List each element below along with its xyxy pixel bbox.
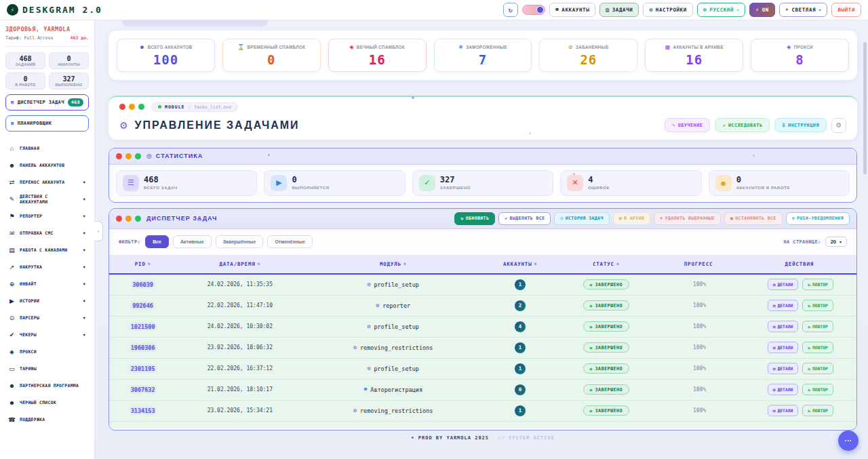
table-column-header[interactable]: АККАУНТЫ ⇅ xyxy=(483,261,557,267)
dispatcher-action-button[interactable]: ✖ УДАЛИТЬ ВЫБРАННЫЕ xyxy=(654,212,721,225)
action-button-icon: ✔ xyxy=(505,216,507,221)
sidebar-menu-item[interactable]: ▶ ИСТОРИИ ▼ xyxy=(5,292,89,309)
sidebar-menu-item[interactable]: ✎ ДЕЙСТВИЯ С АККАУНТАМИ ▼ xyxy=(5,191,89,207)
dispatcher-action-button[interactable]: ■ ОСТАНОВИТЬ ВСЕ xyxy=(724,212,783,225)
table-row: 1021500 24.02.2026, 10:30:02 ⚙ profile_s… xyxy=(109,317,856,338)
status-dot-icon: ● xyxy=(590,387,593,392)
quick-stat-value: 468 xyxy=(7,55,43,62)
table-column-header[interactable]: МОДУЛЬ ⇅ xyxy=(304,261,483,267)
pencil-icon: ✎ xyxy=(672,123,675,128)
sidebar-menu: ⌂ ГЛАВНАЯ ☻ ПАНЕЛЬ АККАУНТОВ ⇄ ПЕРЕНОС А… xyxy=(5,140,89,428)
table-column-header[interactable]: ПРОГРЕСС xyxy=(654,261,744,267)
dispatcher-action-button[interactable]: ↻ ОБНОВИТЬ xyxy=(454,212,495,225)
action-button-label: ОБНОВИТЬ xyxy=(466,216,490,221)
sidebar-menu-item[interactable]: ⇄ ПЕРЕНОС АККАУНТА ▼ xyxy=(5,174,89,191)
repeat-button[interactable]: ↻ ПОВТОР xyxy=(802,405,833,416)
sidebar-menu-item[interactable]: ⊕ ИНВАЙТ ▼ xyxy=(5,275,89,292)
sidebar-collapse-handle[interactable]: ‹ xyxy=(94,221,103,241)
repeat-button[interactable]: ↻ ПОВТОР xyxy=(802,342,833,353)
module-name: profile_setup xyxy=(374,365,419,372)
research-button[interactable]: ↗ ИССЛЕДОВАТЬ xyxy=(715,118,770,132)
module-icon: ⚙ xyxy=(368,323,371,330)
repeat-button[interactable]: ↻ ПОВТОР xyxy=(802,321,833,332)
sidebar-menu-item[interactable]: ☻ ПАНЕЛЬ АККАУНТОВ xyxy=(5,157,89,174)
task-pid[interactable]: 1021500 xyxy=(109,323,176,330)
sidebar-menu-item[interactable]: ⚑ РЕПОРТЕР ▼ xyxy=(5,207,89,224)
table-column-header[interactable]: ДЕЙСТВИЯ xyxy=(745,261,856,267)
menu-item-icon: ⚑ xyxy=(8,213,16,220)
sidebar-menu-item[interactable]: ✔ ЧЕКЕРЫ ▼ xyxy=(5,326,89,343)
module-settings-button[interactable]: ⚙ xyxy=(831,118,846,133)
dispatcher-action-button[interactable]: ⊙ PUSH-УВЕДОМЛЕНИЯ xyxy=(786,212,850,225)
menu-item-label: ПАНЕЛЬ АККАУНТОВ xyxy=(20,163,64,168)
table-column-header[interactable]: ДАТА/ВРЕМЯ ⇅ xyxy=(176,261,303,267)
statistics-card-icon: ✓ xyxy=(419,175,435,191)
dispatcher-action-button[interactable]: ✔ ВЫДЕЛИТЬ ВСЕ xyxy=(498,212,551,225)
task-status-cell: ● ЗАВЕРШЕНО xyxy=(557,321,654,332)
refresh-button[interactable]: ↻ xyxy=(503,3,518,17)
details-button[interactable]: ▤ ДЕТАЛИ xyxy=(768,363,799,374)
repeat-button[interactable]: ↻ ПОВТОР xyxy=(802,300,833,311)
task-pid[interactable]: 3067632 xyxy=(109,386,176,393)
settings-button[interactable]: ⚙ НАСТРОЙКИ xyxy=(643,3,692,17)
details-button[interactable]: ▤ ДЕТАЛИ xyxy=(768,405,799,416)
sidebar-menu-item[interactable]: ↗ НАКРУТКА ▼ xyxy=(5,258,89,275)
details-button[interactable]: ▤ ДЕТАЛИ xyxy=(768,342,799,353)
quick-stat-label: ВЫПОЛНЕНО xyxy=(51,83,87,87)
app-shell: ЗДОРОВЬЯ, YARMOLA Тариф: Full Access 463… xyxy=(0,20,868,459)
sidebar-menu-item[interactable]: ☎ ПОДДЕРЖКА xyxy=(5,411,89,428)
filter-button[interactable]: Завершённые xyxy=(216,235,264,248)
instruction-button[interactable]: ≣ ИНСТРУКЦИЯ xyxy=(774,118,827,132)
accounts-button[interactable]: ☻ АККАУНТЫ xyxy=(549,3,595,17)
sidebar-menu-item[interactable]: ▤ РАБОТА С КАНАЛАМИ ▼ xyxy=(5,241,89,258)
per-page-select[interactable]: 20 ▾ xyxy=(825,237,847,247)
sidebar-item-task-dispatcher[interactable]: ▤ ДИСПЕТЧЕР ЗАДАЧ 468 xyxy=(5,94,89,111)
filter-button[interactable]: Все xyxy=(145,235,169,248)
menu-item-label: ПРОКСИ xyxy=(20,349,37,355)
task-pid[interactable]: 2301195 xyxy=(109,365,176,372)
dispatcher-action-button[interactable]: ▦ В АРХИВ xyxy=(613,212,651,225)
instruction-label: ИНСТРУКЦИЯ xyxy=(788,123,819,128)
status-dot-icon: ● xyxy=(590,324,593,329)
column-label: PID xyxy=(135,261,146,267)
sidebar-menu-item[interactable]: ▭ ТАРИФЫ xyxy=(5,360,89,377)
task-pid[interactable]: 1960306 xyxy=(109,344,176,351)
sidebar-menu-item[interactable]: ◈ ПРОКСИ xyxy=(5,343,89,360)
on-mode-button[interactable]: ⚡ ON xyxy=(749,3,775,17)
table-column-header[interactable]: PID ⇅ xyxy=(109,261,176,267)
learning-button[interactable]: ✎ ОБУЧЕНИЕ xyxy=(665,118,710,132)
task-pid[interactable]: 3134153 xyxy=(109,407,176,414)
sidebar-menu-item[interactable]: ☻ ЧЕРНЫЙ СПИСОК xyxy=(5,394,89,411)
dispatcher-action-button[interactable]: ◷ ИСТОРИЯ ЗАДАЧ xyxy=(554,212,609,225)
table-column-header[interactable]: СТАТУС ⇅ xyxy=(557,261,654,267)
tasks-button[interactable]: ▤ ЗАДАЧИ xyxy=(599,3,639,17)
task-actions-cell: ▤ ДЕТАЛИ ↻ ПОВТОР xyxy=(745,363,856,374)
repeat-button[interactable]: ↻ ПОВТОР xyxy=(802,279,833,290)
filter-button[interactable]: Отменённые xyxy=(267,235,312,248)
column-label: ПРОГРЕСС xyxy=(684,261,713,267)
task-pid[interactable]: 992646 xyxy=(109,302,176,309)
sidebar-menu-item[interactable]: ☻ ПАРТНЕРСКАЯ ПРОГРАММА xyxy=(5,377,89,394)
sidebar-item-planner[interactable]: ▦ ПЛАНИРОВЩИК xyxy=(5,115,89,132)
task-pid[interactable]: 306039 xyxy=(109,281,176,288)
logout-button[interactable]: ВЫЙТИ xyxy=(831,3,861,17)
language-dropdown[interactable]: ⊕ РУССКИЙ ▾ xyxy=(697,3,745,17)
task-actions-cell: ▤ ДЕТАЛИ ↻ ПОВТОР xyxy=(745,279,856,290)
power-toggle[interactable] xyxy=(522,5,545,15)
sidebar-menu-item[interactable]: ✉ ОТПРАВКА СМС ▼ xyxy=(5,224,89,241)
chat-fab-button[interactable]: ··· xyxy=(838,431,859,451)
scrollbar-thumb[interactable] xyxy=(863,42,867,174)
theme-dropdown[interactable]: ☀ СВЕТЛАЯ ▾ xyxy=(779,3,827,17)
module-name: Авторегистрация xyxy=(370,386,422,393)
sidebar-menu-item[interactable]: ⌂ ГЛАВНАЯ xyxy=(5,140,89,157)
filter-button[interactable]: Активные xyxy=(173,235,212,248)
page-scrollbar[interactable] xyxy=(863,22,867,456)
details-button[interactable]: ▤ ДЕТАЛИ xyxy=(768,279,799,290)
details-button[interactable]: ▤ ДЕТАЛИ xyxy=(768,321,799,332)
details-button[interactable]: ▤ ДЕТАЛИ xyxy=(768,384,799,395)
details-label: ДЕТАЛИ xyxy=(778,408,793,413)
sidebar-menu-item[interactable]: ⊙ ПАРСЕРЫ ▼ xyxy=(5,309,89,326)
repeat-button[interactable]: ↻ ПОВТОР xyxy=(802,384,833,395)
details-button[interactable]: ▤ ДЕТАЛИ xyxy=(768,300,799,311)
repeat-button[interactable]: ↻ ПОВТОР xyxy=(802,363,833,374)
